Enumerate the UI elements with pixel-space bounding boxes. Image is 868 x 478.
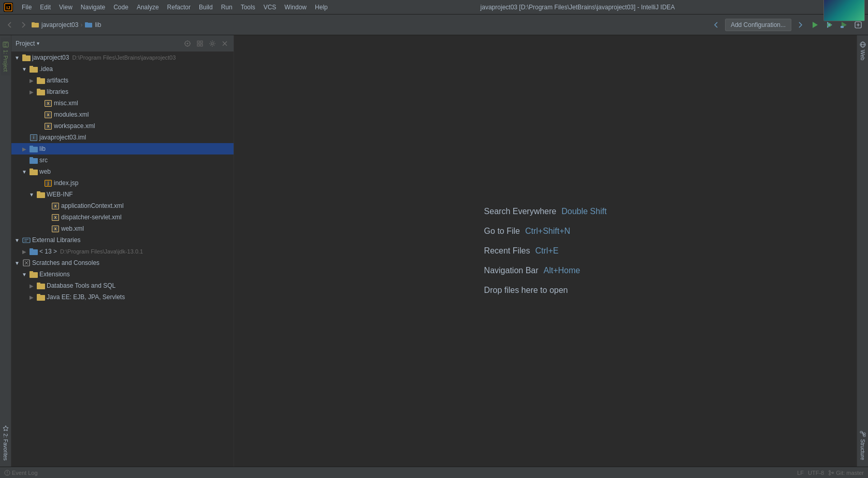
tree-label: src	[39, 157, 48, 164]
svg-rect-39	[30, 157, 33, 159]
tree-item-iml[interactable]: i javaproject03.iml	[11, 132, 234, 143]
tree-label: misc.xml	[54, 100, 78, 107]
menu-view[interactable]: View	[55, 0, 77, 14]
panel-close-btn[interactable]	[220, 39, 229, 48]
tree-item-src[interactable]: src	[11, 154, 234, 166]
menu-edit[interactable]: Edit	[36, 0, 55, 14]
menu-navigate[interactable]: Navigate	[77, 0, 109, 14]
tree-label: libraries	[47, 88, 68, 95]
svg-rect-22	[200, 41, 202, 43]
lf-indicator[interactable]: LF	[797, 470, 804, 476]
tree-item-index-jsp[interactable]: j index.jsp	[11, 177, 234, 189]
panel-settings-btn[interactable]	[208, 39, 217, 48]
menu-help[interactable]: Help	[311, 0, 332, 14]
tree-item-lib[interactable]: ▶ lib	[11, 143, 234, 154]
structure-tab[interactable]: Structure	[858, 427, 867, 465]
run-button[interactable]	[809, 19, 820, 31]
welcome-content: Search Everywhere Double Shift Go to Fil…	[474, 196, 617, 305]
breadcrumb-folder-icon	[84, 21, 93, 29]
run-config-arrow-right[interactable]	[794, 19, 806, 31]
tree-item-libraries[interactable]: ▶ libraries	[11, 86, 234, 97]
menu-analyze[interactable]: Analyze	[133, 0, 163, 14]
svg-point-65	[829, 470, 831, 472]
tree-item-artifacts[interactable]: ▶ artifacts	[11, 75, 234, 86]
forward-button[interactable]	[18, 19, 29, 31]
tree-item-web[interactable]: ▼ web	[11, 166, 234, 177]
tree-item-dispatcher[interactable]: x dispatcher-servlet.xml	[11, 212, 234, 223]
favorites-tab[interactable]: 2: Favorites	[1, 421, 10, 465]
folder-icon	[37, 190, 45, 199]
svg-marker-14	[3, 426, 8, 431]
tree-item-web-xml[interactable]: x web.xml	[11, 223, 234, 234]
web-tab[interactable]: Web	[858, 37, 867, 64]
expand-arrow[interactable]: ▼	[13, 236, 21, 244]
menu-code[interactable]: Code	[109, 0, 133, 14]
external-lib-icon	[22, 236, 31, 244]
tree-item-jdk[interactable]: ▶ < 13 > D:\Program Files\Java\jdk-13.0.…	[11, 246, 234, 257]
tree-item-webinf[interactable]: ▼ WEB-INF	[11, 189, 234, 200]
folder-icon	[37, 88, 45, 96]
svg-rect-41	[30, 168, 33, 171]
expand-arrow[interactable]: ▶	[28, 282, 35, 289]
expand-arrow[interactable]: ▶	[28, 77, 35, 84]
project-panel-title: Project ▾	[16, 40, 180, 47]
svg-rect-53	[37, 294, 40, 296]
project-label: Project	[16, 40, 35, 47]
tree-item-idea[interactable]: ▼ .idea	[11, 63, 234, 75]
breadcrumb-project[interactable]: javaproject03	[41, 21, 78, 29]
shortcut-row-goto: Go to File Ctrl+Shift+N	[484, 227, 607, 236]
expand-arrow[interactable]: ▼	[13, 54, 21, 61]
svg-point-16	[187, 43, 189, 44]
tree-label: modules.xml	[54, 111, 89, 118]
tree-label: Java EE: EJB, JPA, Servlets	[47, 293, 125, 301]
shortcut-label: Search Everywhere	[484, 207, 557, 216]
tree-item-workspace-xml[interactable]: x workspace.xml	[11, 120, 234, 132]
utf8-indicator[interactable]: UTF-8	[808, 470, 824, 476]
expand-arrow[interactable]: ▼	[21, 168, 28, 175]
menu-window[interactable]: Window	[280, 0, 311, 14]
tree-label: web	[39, 168, 51, 175]
expand-arrow[interactable]: ▼	[13, 259, 21, 266]
expand-arrow[interactable]: ▶	[21, 248, 28, 255]
svg-point-25	[211, 43, 213, 45]
panel-expand-btn[interactable]	[195, 39, 205, 48]
expand-arrow[interactable]: ▶	[28, 88, 35, 95]
menu-build[interactable]: Build	[195, 0, 217, 14]
tree-item-scratches[interactable]: ▼ Scratches and Consoles	[11, 257, 234, 269]
expand-arrow[interactable]: ▼	[21, 65, 28, 73]
shortcut-row-nav: Navigation Bar Alt+Home	[484, 266, 607, 275]
tree-label: dispatcher-servlet.xml	[61, 214, 122, 221]
git-branch[interactable]: Git: master	[828, 470, 864, 476]
expand-arrow[interactable]: ▼	[28, 191, 35, 198]
tree-item-javaproject03[interactable]: ▼ javaproject03 D:\Program Files\JetBrai…	[11, 52, 234, 63]
add-configuration-button[interactable]: Add Configuration...	[725, 19, 791, 31]
tree-item-extensions[interactable]: ▼ Extensions	[11, 269, 234, 280]
menu-run[interactable]: Run	[217, 0, 237, 14]
menu-file[interactable]: File	[18, 0, 36, 14]
expand-arrow[interactable]: ▶	[28, 293, 35, 301]
menu-refactor[interactable]: Refactor	[163, 0, 195, 14]
event-log-btn[interactable]: Event Log	[4, 470, 38, 476]
project-tab[interactable]: 1: Project	[1, 37, 10, 76]
panel-locate-btn[interactable]	[183, 39, 192, 48]
chevron-down-icon[interactable]: ▾	[37, 40, 39, 46]
xml-file-icon: x	[44, 122, 52, 130]
svg-rect-37	[30, 146, 33, 148]
svg-rect-49	[30, 271, 33, 273]
svg-rect-59	[863, 435, 865, 437]
run-config-arrow-left[interactable]	[711, 19, 722, 31]
back-button[interactable]	[4, 19, 16, 31]
tree-item-database-tools[interactable]: ▶ Database Tools and SQL	[11, 280, 234, 291]
tree-item-misc-xml[interactable]: x misc.xml	[11, 97, 234, 109]
main-content: 1: Project 2: Favorites Project ▾	[0, 35, 868, 467]
tree-item-appcontext[interactable]: x applicationContext.xml	[11, 200, 234, 212]
tree-item-modules-xml[interactable]: x modules.xml	[11, 109, 234, 120]
menu-vcs[interactable]: VCS	[259, 0, 281, 14]
xml-file-icon: x	[44, 99, 52, 107]
expand-arrow[interactable]: ▼	[21, 271, 28, 278]
tree-item-java-ee[interactable]: ▶ Java EE: EJB, JPA, Servlets	[11, 291, 234, 303]
breadcrumb-folder[interactable]: lib	[95, 21, 101, 29]
tree-item-external-libraries[interactable]: ▼ External Libraries	[11, 234, 234, 246]
menu-tools[interactable]: Tools	[237, 0, 259, 14]
expand-arrow[interactable]: ▶	[21, 145, 28, 152]
